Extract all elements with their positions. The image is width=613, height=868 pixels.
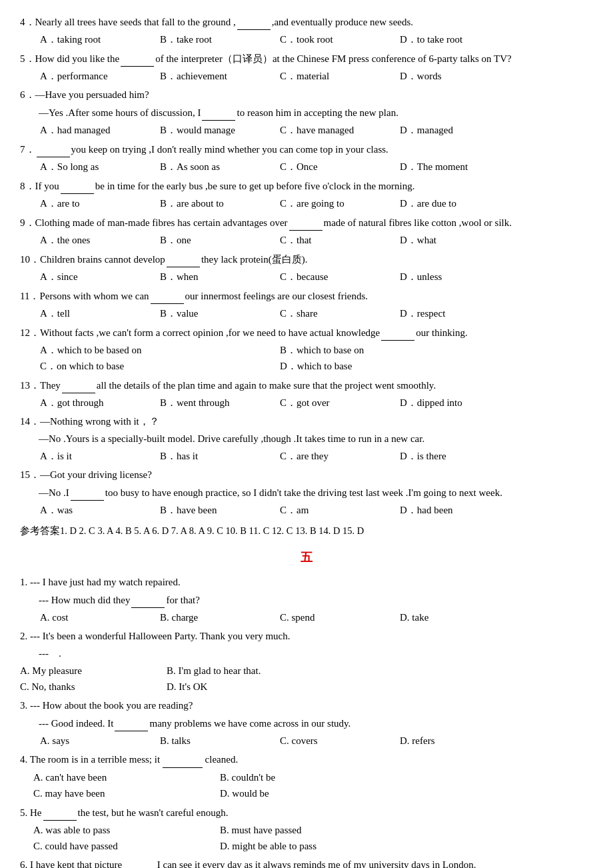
answers-section1: 参考答案1. D 2. C 3. A 4. B 5. A 6. D 7. A 8… xyxy=(20,523,593,539)
q13-options: A．got through B．went through C．got over … xyxy=(40,395,593,411)
q9-options: A．the ones B．one C．that D．what xyxy=(40,232,593,248)
s5-q5-optB: B. must have passed xyxy=(220,822,406,838)
q14-options: A．is it B．has it C．are they D．is there xyxy=(40,448,593,464)
q7-optB: B．As soon as xyxy=(160,159,280,175)
s5-q1-line2: --- How much did they for that? xyxy=(39,591,593,608)
q12-optD: D．which to base xyxy=(280,358,520,374)
q14-line1: 14．—Nothing wrong with it，？ xyxy=(20,413,593,429)
s5-q4-options: A. can't have been B. couldn't be C. may… xyxy=(33,769,593,801)
s5-q1-optC: C. spend xyxy=(280,609,400,625)
s5-q1-options: A. cost B. charge C. spend D. take xyxy=(40,609,593,625)
question-6: 6．—Have you persuaded him? —Yes .After s… xyxy=(20,87,593,138)
q4-text: 4．Nearly all trees have seeds that fall … xyxy=(20,13,593,30)
s5-q6-text: 6. I have kept that picture I can see it… xyxy=(20,857,593,868)
s5-q3-options: A. says B. talks C. covers D. refers xyxy=(40,733,593,749)
s5-q1-optB: B. charge xyxy=(160,609,280,625)
s5-q1-optD: D. take xyxy=(400,609,520,625)
s5-q3-optB: B. talks xyxy=(160,733,280,749)
q4-optC: C．took root xyxy=(280,31,400,47)
q9-optC: C．that xyxy=(280,232,400,248)
q6-optD: D．managed xyxy=(400,122,520,138)
question-14: 14．—Nothing wrong with it，？ —No .Yours i… xyxy=(20,413,593,464)
q14-optC: C．are they xyxy=(280,448,400,464)
q5-optD: D．words xyxy=(400,68,520,84)
q4-optB: B．take root xyxy=(160,31,280,47)
q10-optD: D．unless xyxy=(400,269,520,285)
question-12: 12．Without facts ,we can't form a correc… xyxy=(20,324,593,374)
q14-line2: —No .Yours is a specially-built model. D… xyxy=(39,431,593,447)
s5-question-6: 6. I have kept that picture I can see it… xyxy=(20,857,593,868)
question-7: 7． you keep on trying ,I don't really mi… xyxy=(20,141,593,175)
question-5: 5．How did you like the of the interprete… xyxy=(20,50,593,84)
s5-q5-text: 5. He the test, but he wasn't careful en… xyxy=(20,804,593,821)
s5-q2-optC: C. No, thanks xyxy=(20,679,167,695)
q4-optA: A．taking root xyxy=(40,31,160,47)
q6-options: A．had managed B．would manage C．have mana… xyxy=(40,122,593,138)
q7-optA: A．So long as xyxy=(40,159,160,175)
q5-optC: C．material xyxy=(280,68,400,84)
q12-optB: B．which to base on xyxy=(280,342,520,358)
q13-optA: A．got through xyxy=(40,395,160,411)
s5-q2-optB: B. I'm glad to hear that. xyxy=(167,663,366,679)
q14-optD: D．is there xyxy=(400,448,520,464)
q7-options: A．So long as B．As soon as C．Once D．The m… xyxy=(40,159,593,175)
s5-question-1: 1. --- I have just had my watch repaired… xyxy=(20,574,593,625)
q15-optB: B．have been xyxy=(160,502,280,518)
q11-optD: D．respect xyxy=(400,305,520,321)
s5-question-4: 4. The room is in a terrible mess; it cl… xyxy=(20,751,593,801)
s5-q5-options: A. was able to pass B. must have passed … xyxy=(33,822,593,854)
q11-optA: A．tell xyxy=(40,305,160,321)
q15-options: A．was B．have been C．am D．had been xyxy=(40,502,593,518)
q14-optB: B．has it xyxy=(160,448,280,464)
s5-q3-line2: --- Good indeed. It many problems we hav… xyxy=(39,715,593,731)
q8-options: A．are to B．are about to C．are going to D… xyxy=(40,195,593,211)
q11-text: 11．Persons with whom we can our innermos… xyxy=(20,287,593,304)
s5-q4-optD: D. would be xyxy=(220,785,406,801)
q6-optC: C．have managed xyxy=(280,122,400,138)
q9-text: 9．Clothing made of man-made fibres has c… xyxy=(20,214,593,231)
s5-q2-line1: 2. --- It's been a wonderful Halloween P… xyxy=(20,628,593,644)
q15-line2: —No .I too busy to have enough practice,… xyxy=(39,484,593,501)
s5-q3-line1: 3. --- How about the book you are readin… xyxy=(20,697,593,713)
q9-optD: D．what xyxy=(400,232,520,248)
s5-q4-optA: A. can't have been xyxy=(33,769,220,785)
section5-questions: 1. --- I have just had my watch repaired… xyxy=(20,574,593,868)
q5-text: 5．How did you like the of the interprete… xyxy=(20,50,593,67)
question-15: 15．—Got your driving license? —No .I too… xyxy=(20,467,593,518)
question-4: 4．Nearly all trees have seeds that fall … xyxy=(20,13,593,47)
s5-q5-optC: C. could have passed xyxy=(33,838,220,854)
q5-optB: B．achievement xyxy=(160,68,280,84)
q13-optB: B．went through xyxy=(160,395,280,411)
q10-optC: C．because xyxy=(280,269,400,285)
q11-options: A．tell B．value C．share D．respect xyxy=(40,305,593,321)
s5-q5-optD: D. might be able to pass xyxy=(220,838,406,854)
s5-q2-optD: D. It's OK xyxy=(167,679,366,695)
s5-q5-optA: A. was able to pass xyxy=(33,822,220,838)
q9-optA: A．the ones xyxy=(40,232,160,248)
q8-optD: D．are due to xyxy=(400,195,520,211)
page-content: 4．Nearly all trees have seeds that fall … xyxy=(20,13,593,868)
q12-text: 12．Without facts ,we can't form a correc… xyxy=(20,324,593,341)
q13-text: 13．They all the details of the plan time… xyxy=(20,377,593,393)
s5-q4-text: 4. The room is in a terrible mess; it cl… xyxy=(20,751,593,768)
q6-line2: —Yes .After some hours of discussion, I … xyxy=(39,104,593,121)
q12-options: A．which to be based on B．which to base o… xyxy=(40,342,593,374)
question-8: 8．If you be in time for the early bus ,b… xyxy=(20,177,593,211)
q10-optB: B．when xyxy=(160,269,280,285)
q8-optB: B．are about to xyxy=(160,195,280,211)
q6-line1: 6．—Have you persuaded him? xyxy=(20,87,593,103)
q12-optA: A．which to be based on xyxy=(40,342,280,358)
q7-optC: C．Once xyxy=(280,159,400,175)
q8-text: 8．If you be in time for the early bus ,b… xyxy=(20,177,593,194)
q10-text: 10．Children brains cannot develop they l… xyxy=(20,251,593,267)
q6-optB: B．would manage xyxy=(160,122,280,138)
q4-options: A．taking root B．take root C．took root D．… xyxy=(40,31,593,47)
q9-optB: B．one xyxy=(160,232,280,248)
q11-optB: B．value xyxy=(160,305,280,321)
q5-optA: A．performance xyxy=(40,68,160,84)
q10-optA: A．since xyxy=(40,269,160,285)
q15-line1: 15．—Got your driving license? xyxy=(20,467,593,483)
q13-optC: C．got over xyxy=(280,395,400,411)
q7-optD: D．The moment xyxy=(400,159,520,175)
q14-optA: A．is it xyxy=(40,448,160,464)
